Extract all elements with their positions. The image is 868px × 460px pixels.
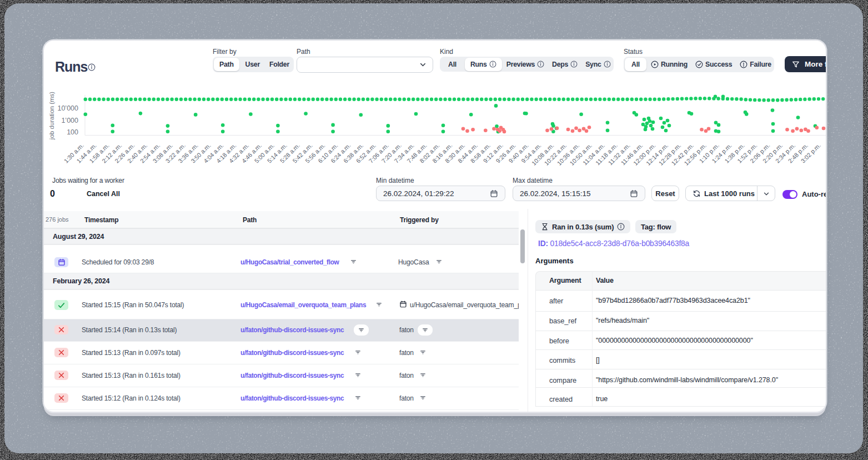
svg-text:100: 100 xyxy=(67,128,78,136)
svg-text:10’000: 10’000 xyxy=(57,104,78,112)
svg-text:job duration (ms): job duration (ms) xyxy=(48,92,55,140)
svg-text:1’000: 1’000 xyxy=(61,117,78,124)
